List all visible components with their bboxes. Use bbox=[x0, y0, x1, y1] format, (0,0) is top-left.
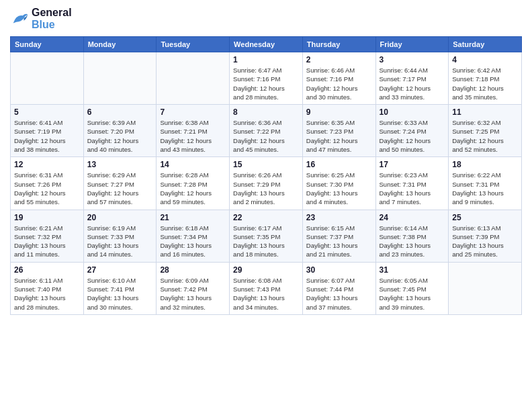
day-number: 31 bbox=[380, 265, 445, 275]
day-number: 19 bbox=[14, 213, 80, 222]
calendar-cell: 13Sunrise: 6:29 AM Sunset: 7:27 PM Dayli… bbox=[83, 157, 157, 210]
calendar-cell: 2Sunrise: 6:46 AM Sunset: 7:16 PM Daylig… bbox=[302, 52, 375, 105]
weekday-header-saturday: Saturday bbox=[449, 37, 522, 52]
day-number: 22 bbox=[233, 213, 299, 222]
day-info: Sunrise: 6:18 AM Sunset: 7:34 PM Dayligh… bbox=[160, 224, 226, 259]
day-info: Sunrise: 6:41 AM Sunset: 7:19 PM Dayligh… bbox=[14, 118, 80, 154]
calendar-cell: 1Sunrise: 6:47 AM Sunset: 7:16 PM Daylig… bbox=[230, 52, 303, 105]
calendar-cell: 30Sunrise: 6:07 AM Sunset: 7:44 PM Dayli… bbox=[302, 262, 375, 314]
day-info: Sunrise: 6:14 AM Sunset: 7:38 PM Dayligh… bbox=[380, 224, 445, 259]
day-number: 7 bbox=[160, 107, 226, 117]
day-info: Sunrise: 6:35 AM Sunset: 7:23 PM Dayligh… bbox=[306, 118, 372, 154]
calendar-week-row: 19Sunrise: 6:21 AM Sunset: 7:32 PM Dayli… bbox=[11, 210, 522, 262]
day-info: Sunrise: 6:13 AM Sunset: 7:39 PM Dayligh… bbox=[452, 224, 518, 259]
calendar-cell bbox=[83, 52, 157, 105]
day-info: Sunrise: 6:08 AM Sunset: 7:43 PM Dayligh… bbox=[233, 276, 299, 312]
day-number: 10 bbox=[380, 107, 445, 117]
day-number: 11 bbox=[452, 107, 518, 117]
calendar-cell: 23Sunrise: 6:15 AM Sunset: 7:37 PM Dayli… bbox=[302, 210, 375, 262]
day-number: 29 bbox=[233, 265, 299, 275]
day-number: 28 bbox=[160, 265, 226, 275]
calendar-cell: 18Sunrise: 6:22 AM Sunset: 7:31 PM Dayli… bbox=[449, 157, 522, 210]
logo-text: General Blue bbox=[32, 7, 72, 31]
header: General Blue bbox=[10, 7, 522, 31]
day-number: 4 bbox=[452, 55, 518, 64]
day-info: Sunrise: 6:26 AM Sunset: 7:29 PM Dayligh… bbox=[233, 171, 299, 206]
day-info: Sunrise: 6:39 AM Sunset: 7:20 PM Dayligh… bbox=[87, 118, 153, 154]
calendar-table: SundayMondayTuesdayWednesdayThursdayFrid… bbox=[10, 36, 522, 315]
day-number: 2 bbox=[306, 55, 372, 64]
day-number: 13 bbox=[87, 160, 153, 169]
day-info: Sunrise: 6:17 AM Sunset: 7:35 PM Dayligh… bbox=[233, 224, 299, 259]
day-number: 8 bbox=[233, 107, 299, 117]
weekday-header-tuesday: Tuesday bbox=[157, 37, 230, 52]
day-number: 24 bbox=[380, 213, 445, 222]
day-number: 5 bbox=[14, 107, 80, 117]
day-info: Sunrise: 6:44 AM Sunset: 7:17 PM Dayligh… bbox=[380, 66, 445, 101]
day-info: Sunrise: 6:23 AM Sunset: 7:31 PM Dayligh… bbox=[380, 171, 445, 206]
day-info: Sunrise: 6:25 AM Sunset: 7:30 PM Dayligh… bbox=[306, 171, 372, 206]
day-info: Sunrise: 6:21 AM Sunset: 7:32 PM Dayligh… bbox=[14, 224, 80, 259]
day-number: 14 bbox=[160, 160, 226, 169]
calendar-cell: 21Sunrise: 6:18 AM Sunset: 7:34 PM Dayli… bbox=[157, 210, 230, 262]
day-info: Sunrise: 6:28 AM Sunset: 7:28 PM Dayligh… bbox=[160, 171, 226, 206]
calendar-cell: 22Sunrise: 6:17 AM Sunset: 7:35 PM Dayli… bbox=[230, 210, 303, 262]
day-info: Sunrise: 6:11 AM Sunset: 7:40 PM Dayligh… bbox=[14, 276, 80, 312]
day-info: Sunrise: 6:07 AM Sunset: 7:44 PM Dayligh… bbox=[306, 276, 372, 312]
day-number: 6 bbox=[87, 107, 153, 117]
day-info: Sunrise: 6:05 AM Sunset: 7:45 PM Dayligh… bbox=[380, 276, 445, 312]
calendar-cell: 7Sunrise: 6:38 AM Sunset: 7:21 PM Daylig… bbox=[157, 105, 230, 157]
calendar-cell: 12Sunrise: 6:31 AM Sunset: 7:26 PM Dayli… bbox=[11, 157, 84, 210]
calendar-cell: 24Sunrise: 6:14 AM Sunset: 7:38 PM Dayli… bbox=[375, 210, 449, 262]
day-info: Sunrise: 6:09 AM Sunset: 7:42 PM Dayligh… bbox=[160, 276, 226, 312]
day-number: 9 bbox=[306, 107, 372, 117]
day-number: 3 bbox=[380, 55, 445, 64]
calendar-cell: 15Sunrise: 6:26 AM Sunset: 7:29 PM Dayli… bbox=[230, 157, 303, 210]
day-info: Sunrise: 6:36 AM Sunset: 7:22 PM Dayligh… bbox=[233, 118, 299, 154]
day-info: Sunrise: 6:22 AM Sunset: 7:31 PM Dayligh… bbox=[452, 171, 518, 206]
day-number: 23 bbox=[306, 213, 372, 222]
calendar-cell: 3Sunrise: 6:44 AM Sunset: 7:17 PM Daylig… bbox=[375, 52, 449, 105]
day-number: 26 bbox=[14, 265, 80, 275]
day-number: 30 bbox=[306, 265, 372, 275]
day-info: Sunrise: 6:29 AM Sunset: 7:27 PM Dayligh… bbox=[87, 171, 153, 206]
calendar-cell: 14Sunrise: 6:28 AM Sunset: 7:28 PM Dayli… bbox=[157, 157, 230, 210]
day-info: Sunrise: 6:19 AM Sunset: 7:33 PM Dayligh… bbox=[87, 224, 153, 259]
calendar-week-row: 1Sunrise: 6:47 AM Sunset: 7:16 PM Daylig… bbox=[11, 52, 522, 105]
day-info: Sunrise: 6:10 AM Sunset: 7:41 PM Dayligh… bbox=[87, 276, 153, 312]
day-info: Sunrise: 6:15 AM Sunset: 7:37 PM Dayligh… bbox=[306, 224, 372, 259]
calendar-cell: 25Sunrise: 6:13 AM Sunset: 7:39 PM Dayli… bbox=[449, 210, 522, 262]
logo: General Blue bbox=[10, 7, 72, 31]
calendar-cell: 26Sunrise: 6:11 AM Sunset: 7:40 PM Dayli… bbox=[11, 262, 84, 314]
logo-icon bbox=[10, 9, 29, 28]
calendar-cell: 29Sunrise: 6:08 AM Sunset: 7:43 PM Dayli… bbox=[230, 262, 303, 314]
day-number: 17 bbox=[380, 160, 445, 169]
calendar-cell: 28Sunrise: 6:09 AM Sunset: 7:42 PM Dayli… bbox=[157, 262, 230, 314]
day-number: 25 bbox=[452, 213, 518, 222]
calendar-cell: 31Sunrise: 6:05 AM Sunset: 7:45 PM Dayli… bbox=[375, 262, 449, 314]
page: General Blue SundayMondayTuesdayWednesda… bbox=[0, 0, 532, 411]
calendar-week-row: 5Sunrise: 6:41 AM Sunset: 7:19 PM Daylig… bbox=[11, 105, 522, 157]
calendar-cell bbox=[11, 52, 84, 105]
calendar-cell: 17Sunrise: 6:23 AM Sunset: 7:31 PM Dayli… bbox=[375, 157, 449, 210]
day-number: 16 bbox=[306, 160, 372, 169]
weekday-header-sunday: Sunday bbox=[11, 37, 84, 52]
day-number: 15 bbox=[233, 160, 299, 169]
calendar-cell: 20Sunrise: 6:19 AM Sunset: 7:33 PM Dayli… bbox=[83, 210, 157, 262]
calendar-cell: 10Sunrise: 6:33 AM Sunset: 7:24 PM Dayli… bbox=[375, 105, 449, 157]
day-info: Sunrise: 6:33 AM Sunset: 7:24 PM Dayligh… bbox=[380, 118, 445, 154]
calendar-cell: 19Sunrise: 6:21 AM Sunset: 7:32 PM Dayli… bbox=[11, 210, 84, 262]
day-info: Sunrise: 6:47 AM Sunset: 7:16 PM Dayligh… bbox=[233, 66, 299, 101]
day-number: 21 bbox=[160, 213, 226, 222]
weekday-header-wednesday: Wednesday bbox=[230, 37, 303, 52]
day-number: 18 bbox=[452, 160, 518, 169]
calendar-cell: 4Sunrise: 6:42 AM Sunset: 7:18 PM Daylig… bbox=[449, 52, 522, 105]
calendar-cell: 8Sunrise: 6:36 AM Sunset: 7:22 PM Daylig… bbox=[230, 105, 303, 157]
calendar-cell: 9Sunrise: 6:35 AM Sunset: 7:23 PM Daylig… bbox=[302, 105, 375, 157]
calendar-week-row: 26Sunrise: 6:11 AM Sunset: 7:40 PM Dayli… bbox=[11, 262, 522, 314]
day-info: Sunrise: 6:32 AM Sunset: 7:25 PM Dayligh… bbox=[452, 118, 518, 154]
weekday-header-row: SundayMondayTuesdayWednesdayThursdayFrid… bbox=[11, 37, 522, 52]
day-info: Sunrise: 6:38 AM Sunset: 7:21 PM Dayligh… bbox=[160, 118, 226, 154]
day-number: 1 bbox=[233, 55, 299, 64]
day-number: 12 bbox=[14, 160, 80, 169]
